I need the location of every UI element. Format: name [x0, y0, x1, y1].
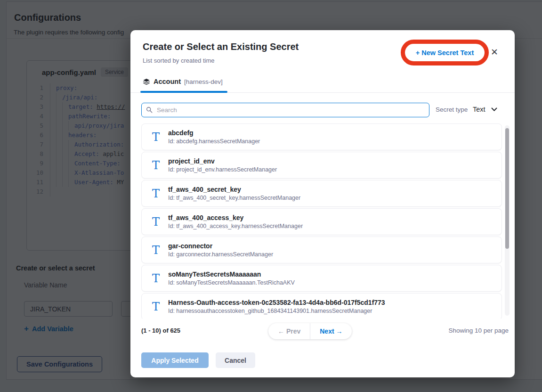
text-secret-icon: T [149, 131, 162, 144]
secret-item-text: tf_aws_400_secret_key Id: tf_aws_400_sec… [168, 185, 300, 202]
secret-id: Id: tf_aws_400_access_key.harnessSecretM… [168, 222, 303, 230]
pager: ← Prev Next → [268, 323, 352, 339]
text-secret-icon: T [149, 272, 162, 285]
secret-id: Id: tf_aws_400_secret_key.harnessSecretM… [168, 194, 300, 202]
text-secret-icon: T [149, 300, 162, 313]
prev-page-button[interactable]: ← Prev [268, 323, 310, 339]
tab-active-underline [140, 91, 227, 93]
text-secret-icon: T [149, 159, 162, 172]
secret-list-item[interactable]: T project_id_env Id: project_id_env.harn… [141, 152, 502, 179]
secret-name: gar-connector [168, 242, 273, 250]
next-page-button[interactable]: Next → [310, 323, 352, 339]
text-secret-icon: T [149, 187, 162, 200]
text-secret-icon: T [149, 244, 162, 257]
secret-id: Id: garconnector.harnessSecretManager [168, 251, 273, 258]
layers-icon [143, 78, 150, 85]
secret-item-text: gar-connector Id: garconnector.harnessSe… [168, 242, 273, 258]
secret-item-text: project_id_env Id: project_id_env.harnes… [168, 157, 277, 173]
modal-title: Create or Select an Existing Secret [143, 41, 299, 52]
secret-list-item[interactable]: T tf_aws_400_access_key Id: tf_aws_400_a… [141, 208, 502, 235]
secret-item-text: tf_aws_400_access_key Id: tf_aws_400_acc… [168, 213, 303, 230]
secret-name: tf_aws_400_access_key [168, 213, 303, 222]
secret-id: Id: soManyTestSecretsMaaaaaan.TestRichaA… [168, 279, 295, 286]
scrollbar-thumb[interactable] [505, 128, 509, 249]
screen: Configurations The plugin requires the f… [0, 0, 542, 392]
list-scrollbar[interactable] [505, 125, 510, 316]
secret-select-modal: Create or Select an Existing Secret List… [130, 30, 515, 377]
tab-account-label: Account [154, 78, 181, 85]
secret-list-item[interactable]: T tf_aws_400_secret_key Id: tf_aws_400_s… [141, 180, 502, 207]
secret-list: T abcdefg Id: abcdefg.harnessSecretManag… [141, 123, 502, 318]
secret-name: abcdefg [168, 129, 260, 137]
secret-name: tf_aws_400_secret_key [168, 185, 300, 194]
secret-item-text: abcdefg Id: abcdefg.harnessSecretManager [168, 129, 260, 145]
secret-list-item[interactable]: T Harness-Oauth-access-token-0c253582-fa… [141, 293, 502, 318]
tab-account[interactable]: Account [harness-dev] [143, 78, 223, 85]
secret-list-item[interactable]: T gar-connector Id: garconnector.harness… [141, 237, 502, 263]
per-page-label: Showing 10 per page [448, 327, 509, 334]
secret-name: project_id_env [168, 157, 277, 165]
secret-item-text: soManyTestSecretsMaaaaaan Id: soManyTest… [168, 270, 295, 286]
secret-list-item[interactable]: T abcdefg Id: abcdefg.harnessSecretManag… [141, 123, 502, 150]
secret-list-item[interactable]: T soManyTestSecretsMaaaaaan Id: soManyTe… [141, 265, 502, 292]
new-secret-text-button[interactable]: + New Secret Text [416, 49, 474, 57]
secret-id: Id: abcdefg.harnessSecretManager [168, 138, 260, 145]
red-highlight-annotation: + New Secret Text [401, 40, 489, 65]
secret-name: Harness-Oauth-access-token-0c253582-fa13… [168, 298, 385, 307]
secret-type-label: Secret type [436, 106, 468, 113]
search-icon [146, 106, 153, 113]
secret-name: soManyTestSecretsMaaaaaan [168, 270, 295, 278]
pagination-range: (1 - 10) of 625 [141, 327, 180, 334]
modal-subtitle: List sorted by created time [143, 57, 214, 64]
cancel-button[interactable]: Cancel [216, 352, 255, 368]
secret-id: Id: project_id_env.harnessSecretManager [168, 166, 277, 173]
secret-id: Id: harnessoauthaccesstoken_github_16843… [168, 307, 385, 315]
apply-selected-button[interactable]: Apply Selected [141, 352, 209, 368]
secret-item-text: Harness-Oauth-access-token-0c253582-fa13… [168, 298, 385, 315]
secret-type-dropdown[interactable]: Text [473, 106, 485, 113]
close-icon[interactable]: ✕ [488, 46, 501, 58]
tab-account-scope: [harness-dev] [184, 78, 223, 85]
chevron-down-icon[interactable] [491, 107, 497, 112]
search-input[interactable] [141, 103, 429, 117]
text-secret-icon: T [149, 215, 162, 229]
